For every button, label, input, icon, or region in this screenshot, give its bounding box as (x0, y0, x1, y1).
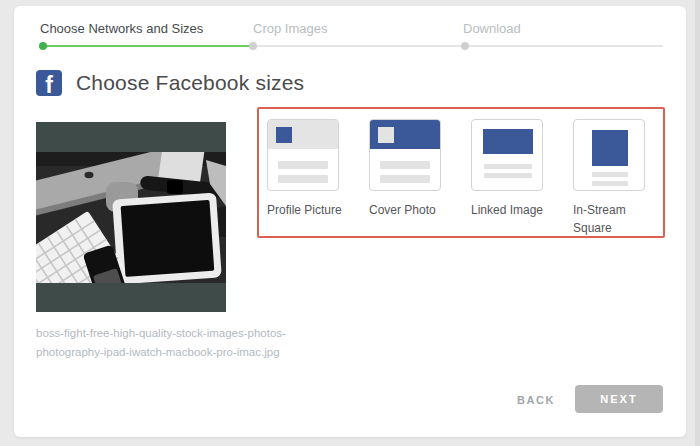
thumb-text-bar (592, 172, 628, 177)
thumb-text-bar (278, 175, 328, 183)
step-download: Download (463, 21, 521, 36)
thumb-image-rect (483, 129, 533, 154)
option-label: Profile Picture (267, 201, 345, 219)
progress-fill (43, 45, 253, 47)
thumb-avatar-square (378, 127, 394, 143)
step-dot-1 (39, 42, 47, 50)
wizard-panel: Choose Networks and Sizes Crop Images Do… (14, 6, 686, 437)
thumb-avatar-square (276, 127, 292, 143)
option-linked-image[interactable]: Linked Image (471, 119, 557, 219)
source-image-preview (36, 122, 226, 312)
source-image-svg (36, 122, 226, 312)
option-profile-picture[interactable]: Profile Picture (267, 119, 353, 219)
thumb-text-bar (484, 164, 532, 169)
in-stream-square-thumbnail-icon (573, 119, 645, 191)
step-choose-networks: Choose Networks and Sizes (40, 21, 203, 36)
thumb-text-bar (592, 181, 628, 186)
facebook-icon: f (36, 70, 62, 96)
option-label: Cover Photo (369, 201, 447, 219)
back-button[interactable]: BACK (506, 394, 566, 406)
ipad (112, 192, 222, 284)
facebook-icon-glyph: f (45, 70, 53, 96)
next-button[interactable]: NEXT (575, 385, 663, 413)
step-crop-images: Crop Images (253, 21, 327, 36)
thumb-text-bar (380, 161, 430, 169)
option-label: In-Stream Square (573, 201, 651, 237)
option-cover-photo[interactable]: Cover Photo (369, 119, 455, 219)
option-label: Linked Image (471, 201, 549, 219)
thumb-text-bar (278, 161, 328, 169)
linked-image-thumbnail-icon (471, 119, 543, 191)
step-dot-3 (461, 42, 469, 50)
thumb-text-bar (484, 173, 532, 178)
page-header: f Choose Facebook sizes (36, 70, 304, 96)
thumb-text-bar (380, 175, 430, 183)
thumb-image-square (592, 130, 628, 166)
cover-photo-thumbnail-icon (369, 119, 441, 191)
profile-picture-thumbnail-icon (267, 119, 339, 191)
source-image-filename: boss-fight-free-high-quality-stock-image… (36, 324, 292, 361)
step-dot-2 (249, 42, 257, 50)
scrollbar-track[interactable] (695, 0, 700, 446)
page-title: Choose Facebook sizes (76, 71, 304, 95)
option-in-stream-square[interactable]: In-Stream Square (573, 119, 659, 237)
